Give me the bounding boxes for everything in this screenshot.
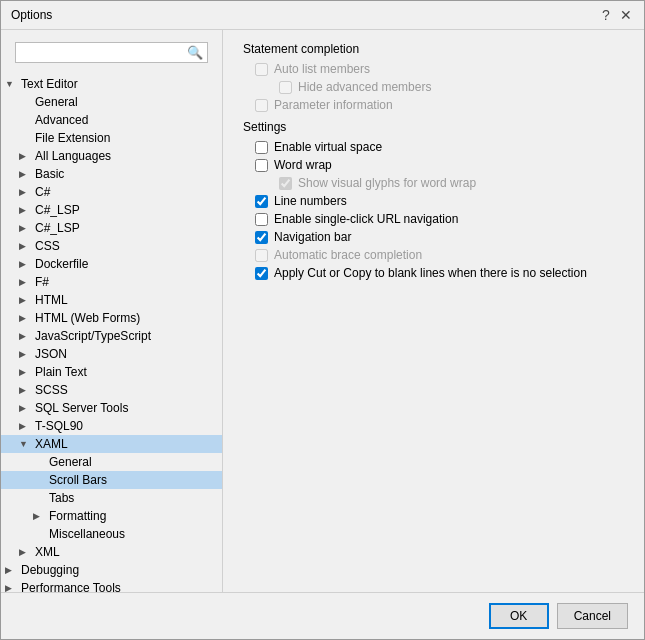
tree-item-dockerfile[interactable]: ▶Dockerfile (1, 255, 222, 273)
line-numbers-checkbox[interactable] (255, 195, 268, 208)
tree-label-sql-server-tools: SQL Server Tools (35, 401, 128, 415)
auto-list-label: Auto list members (274, 62, 370, 76)
tree-label-xaml-general: General (49, 455, 92, 469)
tree-item-csharp[interactable]: ▶C# (1, 183, 222, 201)
tree-label-xml: XML (35, 545, 60, 559)
dialog-title: Options (11, 8, 52, 22)
tree-label-csharp: C# (35, 185, 50, 199)
tree-item-plain-text[interactable]: ▶Plain Text (1, 363, 222, 381)
tree-label-file-extension: File Extension (35, 131, 110, 145)
tree-item-fsharp[interactable]: ▶F# (1, 273, 222, 291)
tree-item-css[interactable]: ▶CSS (1, 237, 222, 255)
tree-item-javascript-typescript[interactable]: ▶JavaScript/TypeScript (1, 327, 222, 345)
virtual-space-checkbox[interactable] (255, 141, 268, 154)
search-button[interactable]: 🔍 (187, 45, 203, 60)
virtual-space-label: Enable virtual space (274, 140, 382, 154)
auto-brace-label: Automatic brace completion (274, 248, 422, 262)
tree-label-dockerfile: Dockerfile (35, 257, 88, 271)
tree-item-xaml-formatting[interactable]: ▶Formatting (1, 507, 222, 525)
url-nav-checkbox[interactable] (255, 213, 268, 226)
dialog-body: 🔍 ▼Text EditorGeneralAdvancedFile Extens… (1, 30, 644, 592)
tree-label-fsharp: F# (35, 275, 49, 289)
tree-item-xaml-general[interactable]: General (1, 453, 222, 471)
tree-item-general[interactable]: General (1, 93, 222, 111)
tree-label-csharp-lsp: C#_LSP (35, 203, 80, 217)
tree-item-csharp-lsp2[interactable]: ▶C#_LSP (1, 219, 222, 237)
tree-item-xaml-misc[interactable]: Miscellaneous (1, 525, 222, 543)
tree-item-xml[interactable]: ▶XML (1, 543, 222, 561)
auto-brace-checkbox[interactable] (255, 249, 268, 262)
auto-list-checkbox[interactable] (255, 63, 268, 76)
tree-label-xaml-misc: Miscellaneous (49, 527, 125, 541)
nav-bar-checkbox[interactable] (255, 231, 268, 244)
tree-item-xaml-tabs[interactable]: Tabs (1, 489, 222, 507)
options-dialog: Options ? ✕ 🔍 ▼Text EditorGeneralAdvance… (0, 0, 645, 640)
hide-advanced-label: Hide advanced members (298, 80, 431, 94)
tree-arrow-xml: ▶ (19, 547, 33, 557)
help-button[interactable]: ? (598, 7, 614, 23)
auto-brace-row: Automatic brace completion (255, 248, 624, 262)
tree-item-all-languages[interactable]: ▶All Languages (1, 147, 222, 165)
tree-item-xaml[interactable]: ▼XAML (1, 435, 222, 453)
tree-container[interactable]: ▼Text EditorGeneralAdvancedFile Extensio… (1, 73, 222, 592)
tree-item-html[interactable]: ▶HTML (1, 291, 222, 309)
word-wrap-label: Word wrap (274, 158, 332, 172)
close-button[interactable]: ✕ (618, 7, 634, 23)
tree-arrow-csharp-lsp2: ▶ (19, 223, 33, 233)
statement-completion-title: Statement completion (243, 42, 624, 56)
tree-arrow-plain-text: ▶ (19, 367, 33, 377)
tree-item-html-webforms[interactable]: ▶HTML (Web Forms) (1, 309, 222, 327)
url-nav-label: Enable single-click URL navigation (274, 212, 458, 226)
ok-button[interactable]: OK (489, 603, 549, 629)
auto-list-row: Auto list members (255, 62, 624, 76)
settings-title: Settings (243, 120, 624, 134)
tree-arrow-xaml: ▼ (19, 439, 33, 449)
tree-arrow-csharp-lsp: ▶ (19, 205, 33, 215)
apply-cut-copy-checkbox[interactable] (255, 267, 268, 280)
word-wrap-row: Word wrap (255, 158, 624, 172)
tree-item-file-extension[interactable]: File Extension (1, 129, 222, 147)
nav-bar-row: Navigation bar (255, 230, 624, 244)
tree-item-json[interactable]: ▶JSON (1, 345, 222, 363)
tree-label-scss: SCSS (35, 383, 68, 397)
tree-arrow-css: ▶ (19, 241, 33, 251)
tree-item-scss[interactable]: ▶SCSS (1, 381, 222, 399)
tree-label-tsql90: T-SQL90 (35, 419, 83, 433)
nav-bar-label: Navigation bar (274, 230, 351, 244)
tree-item-performance-tools[interactable]: ▶Performance Tools (1, 579, 222, 592)
tree-arrow-performance-tools: ▶ (5, 583, 19, 592)
parameter-info-checkbox[interactable] (255, 99, 268, 112)
tree-item-xaml-scrollbars[interactable]: Scroll Bars (1, 471, 222, 489)
tree-item-tsql90[interactable]: ▶T-SQL90 (1, 417, 222, 435)
apply-cut-copy-label: Apply Cut or Copy to blank lines when th… (274, 266, 587, 280)
right-panel: Statement completion Auto list members H… (223, 30, 644, 592)
tree-arrow-html: ▶ (19, 295, 33, 305)
tree-label-plain-text: Plain Text (35, 365, 87, 379)
show-glyphs-label: Show visual glyphs for word wrap (298, 176, 476, 190)
tree-item-sql-server-tools[interactable]: ▶SQL Server Tools (1, 399, 222, 417)
hide-advanced-checkbox[interactable] (279, 81, 292, 94)
tree-item-basic[interactable]: ▶Basic (1, 165, 222, 183)
tree-item-advanced[interactable]: Advanced (1, 111, 222, 129)
tree-label-json: JSON (35, 347, 67, 361)
virtual-space-row: Enable virtual space (255, 140, 624, 154)
statement-completion-section: Statement completion Auto list members H… (243, 42, 624, 112)
bottom-bar: OK Cancel (1, 592, 644, 639)
cancel-button[interactable]: Cancel (557, 603, 628, 629)
tree-arrow-basic: ▶ (19, 169, 33, 179)
tree-label-general: General (35, 95, 78, 109)
tree-arrow-html-webforms: ▶ (19, 313, 33, 323)
tree-label-debugging: Debugging (21, 563, 79, 577)
tree-arrow-debugging: ▶ (5, 565, 19, 575)
tree-item-csharp-lsp[interactable]: ▶C#_LSP (1, 201, 222, 219)
hide-advanced-row: Hide advanced members (279, 80, 624, 94)
tree-item-debugging[interactable]: ▶Debugging (1, 561, 222, 579)
word-wrap-checkbox[interactable] (255, 159, 268, 172)
tree-label-basic: Basic (35, 167, 64, 181)
tree-item-text-editor[interactable]: ▼Text Editor (1, 75, 222, 93)
tree-label-all-languages: All Languages (35, 149, 111, 163)
tree-label-performance-tools: Performance Tools (21, 581, 121, 592)
search-input[interactable] (20, 46, 187, 60)
show-glyphs-checkbox[interactable] (279, 177, 292, 190)
tree-arrow-javascript-typescript: ▶ (19, 331, 33, 341)
